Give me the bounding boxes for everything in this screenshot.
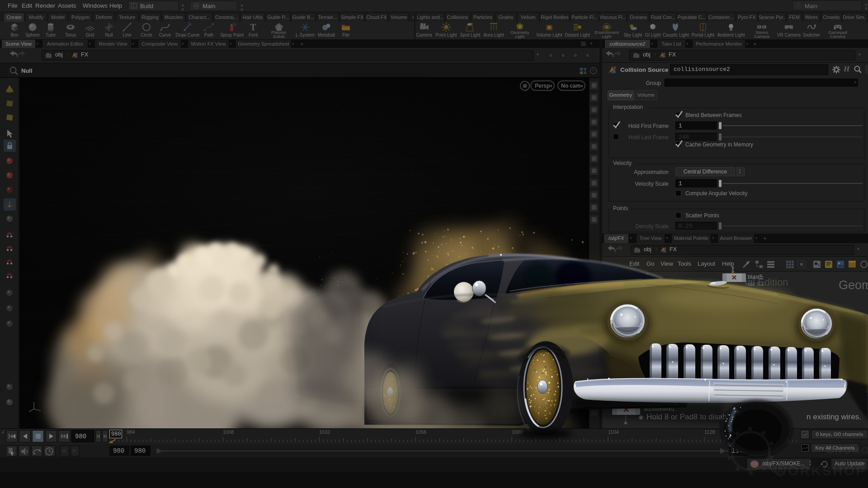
svg-text:984: 984	[127, 429, 135, 435]
svg-text:WORKSHOP: WORKSHOP	[774, 463, 866, 478]
svg-text:1080: 1080	[512, 429, 523, 435]
svg-text:GNOMON: GNOMON	[826, 445, 868, 456]
svg-text:1104: 1104	[608, 429, 619, 435]
svg-text:T: T	[250, 22, 256, 32]
svg-text:1056: 1056	[415, 429, 426, 435]
svg-text:1032: 1032	[319, 429, 330, 435]
svg-text:1008: 1008	[223, 429, 234, 435]
